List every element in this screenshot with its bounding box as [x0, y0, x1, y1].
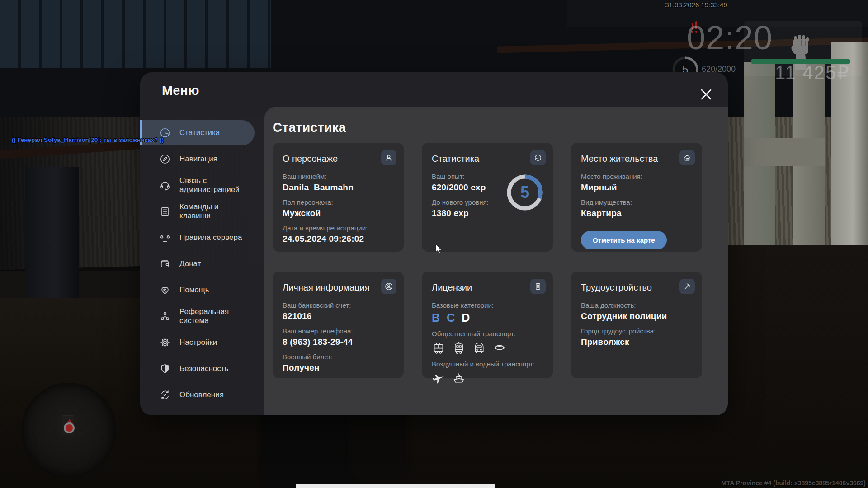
- id-card-icon: [533, 282, 542, 291]
- level-value: 5: [503, 171, 547, 214]
- menu-title: Меню: [162, 83, 199, 98]
- bottom-bar: [296, 484, 495, 488]
- sidebar-item-help[interactable]: Помощь: [140, 277, 255, 303]
- wallet-icon: [159, 258, 171, 270]
- exp-value: 620/2000 exp: [432, 183, 504, 192]
- phone-value: 8 (963) 183-29-44: [283, 337, 394, 347]
- level-progress-ring: 5: [503, 171, 547, 214]
- house-icon: [683, 153, 692, 162]
- property-value: Квартира: [581, 208, 692, 218]
- menu-window: Меню Статистика Навигация: [140, 72, 728, 415]
- background-pillar-crossbar: [744, 138, 825, 166]
- sidebar-item-donate[interactable]: Донат: [140, 251, 255, 277]
- sidebar-item-commands-keys[interactable]: Команды и клавиши: [140, 199, 255, 224]
- document-lines-icon: [159, 206, 171, 217]
- license-b: B: [432, 311, 440, 324]
- network-icon: [159, 310, 171, 322]
- metro-icon: [472, 341, 486, 355]
- gender-value: Мужской: [283, 208, 394, 218]
- public-transport-licenses: [432, 341, 543, 355]
- card-licenses: Лицензии Базовые категории: B C D Общест…: [422, 272, 553, 378]
- hud-money: 11 425₽: [731, 62, 850, 83]
- card-residence: Место жительства Место проживания: Мирны…: [571, 143, 702, 252]
- card-character: О персонаже Ваш никнейм: Danila_Baumahn …: [273, 143, 404, 252]
- heart-handshake-icon: [159, 284, 171, 296]
- bank-account-value: 821016: [283, 311, 394, 321]
- update-icon: [159, 389, 171, 401]
- background-shadow: [728, 245, 868, 488]
- plane-icon: [430, 370, 447, 387]
- registration-value: 24.05.2024 09:26:02: [283, 234, 394, 244]
- minimap: [21, 383, 116, 478]
- mark-on-map-button[interactable]: Отметить на карте: [581, 231, 667, 249]
- trolleybus-icon: [432, 341, 445, 355]
- residence-value: Мирный: [581, 183, 692, 192]
- background-roof-windows: [0, 0, 271, 68]
- military-id-value: Получен: [283, 363, 394, 373]
- hud-datetime: 31.03.2026 19:33:49: [633, 1, 760, 9]
- gear-icon: [159, 337, 171, 348]
- compass-icon: [159, 153, 171, 165]
- mouse-cursor: [435, 244, 444, 255]
- sidebar-item-navigation[interactable]: Навигация: [140, 146, 255, 172]
- next-level-value: 1380 exp: [432, 208, 504, 218]
- profile-circle-icon: [384, 282, 393, 291]
- close-icon[interactable]: [699, 87, 713, 102]
- ship-icon: [452, 371, 466, 385]
- shield-icon: [159, 363, 171, 375]
- headset-icon: [159, 179, 171, 191]
- game-screen: 31.03.2026 19:33:49 02:20 5 620/2000 11 …: [0, 0, 868, 488]
- air-water-licenses: [432, 371, 543, 385]
- sidebar-item-server-rules[interactable]: Правила сервера: [140, 225, 255, 250]
- license-categories: B C D: [432, 311, 543, 324]
- build-version: MTA Province #4 (build: s3895c3895r1406v…: [721, 479, 866, 487]
- nickname-value: Danila_Baumahn: [283, 183, 394, 192]
- card-personal-info: Личная информация Ваш банковский счет: 8…: [273, 272, 404, 378]
- hud-clock: 02:20: [668, 20, 791, 56]
- sidebar-item-settings[interactable]: Настройки: [140, 330, 255, 355]
- content-panel: Статистика О персонаже Ваш никнейм: Dani…: [264, 107, 728, 415]
- tram-icon: [452, 341, 466, 355]
- scales-icon: [159, 232, 171, 244]
- page-title: Статистика: [273, 120, 346, 135]
- license-c: C: [447, 311, 455, 324]
- person-icon: [384, 153, 393, 162]
- card-employment: Трудоустройство Ваша должность: Сотрудни…: [571, 272, 702, 378]
- sidebar-item-updates[interactable]: Обновления: [140, 382, 255, 408]
- sidebar-item-referral[interactable]: Реферальная система: [140, 304, 255, 329]
- card-statistics: Статистика Ваш опыт: 620/2000 exp До нов…: [422, 143, 553, 252]
- clock-icon: [533, 153, 542, 162]
- pickaxe-icon: [683, 282, 692, 291]
- sidebar-item-admin-contact[interactable]: Связь с администрацией: [140, 173, 255, 198]
- sidebar: Статистика Навигация Связь с администрац…: [140, 120, 264, 408]
- chat-message: (( Генерал Sofya_Harrison[20]: ты в зало…: [12, 136, 164, 143]
- captain-cap-icon: [493, 341, 506, 355]
- sidebar-item-security[interactable]: Безопасность: [140, 356, 255, 381]
- job-city-value: Приволжск: [581, 337, 692, 347]
- license-d: D: [462, 311, 470, 324]
- job-value: Сотрудник полиции: [581, 311, 692, 321]
- player-blip-icon: [64, 422, 75, 433]
